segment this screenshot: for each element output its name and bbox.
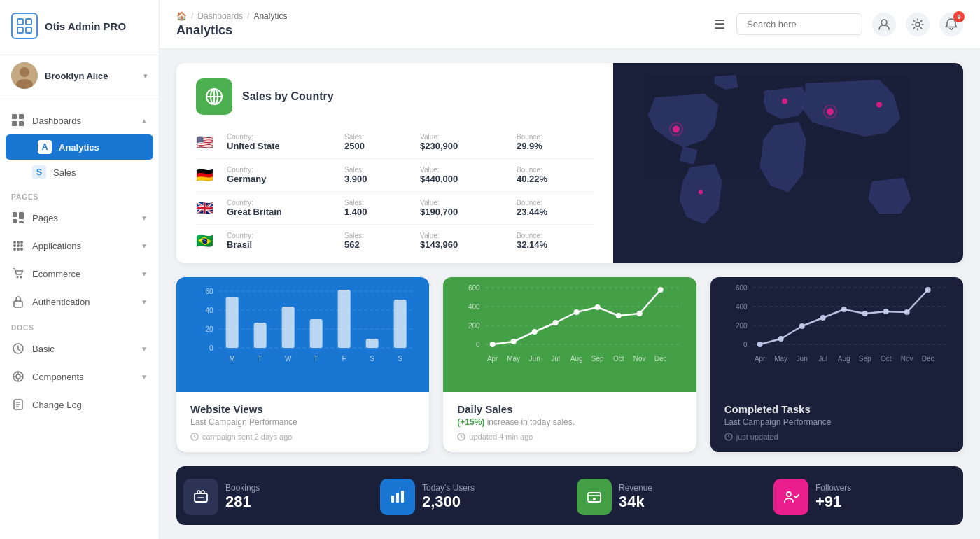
revenue-icon-cell	[570, 466, 619, 525]
user-chevron-icon: ▾	[144, 71, 148, 80]
svg-point-109	[757, 342, 762, 347]
svg-rect-1	[26, 19, 31, 24]
svg-text:Jun: Jun	[529, 355, 540, 363]
svg-point-88	[616, 313, 622, 318]
country-info: Country: Great Britain	[227, 199, 339, 217]
user-icon[interactable]	[872, 13, 896, 36]
website-views-info: Website Views Last Campaign Performance …	[176, 392, 429, 452]
svg-text:May: May	[507, 355, 521, 363]
svg-rect-0	[18, 19, 23, 24]
website-views-title: Website Views	[190, 403, 415, 415]
completed-tasks-chart: 600 400 200 0 Apr	[710, 277, 963, 392]
sidebar-item-applications[interactable]: Applications ▼	[0, 232, 159, 260]
followers-text: Followers +91	[816, 466, 963, 525]
svg-text:S: S	[370, 355, 374, 363]
world-map	[613, 63, 963, 263]
svg-text:Apr: Apr	[487, 355, 498, 363]
authentication-label: Authentication	[32, 297, 134, 307]
completed-tasks-subtitle: Last Campaign Performance	[724, 417, 949, 427]
country-info: Country: Brasil	[227, 232, 339, 250]
bounce-info: Bounce: 40.22%	[517, 166, 594, 184]
basic-chevron-icon: ▼	[141, 345, 148, 353]
notifications-icon[interactable]: 9	[939, 13, 963, 36]
svg-rect-65	[394, 300, 407, 348]
menu-icon[interactable]: ☰	[714, 17, 725, 32]
sidebar-item-analytics[interactable]: A Analytics	[6, 134, 153, 160]
sidebar-item-components[interactable]: Components ▼	[0, 363, 159, 391]
value-info: Value: $143,960	[420, 232, 511, 250]
svg-point-135	[787, 492, 791, 496]
website-views-footer: campaign sent 2 days ago	[190, 433, 415, 441]
svg-point-113	[841, 307, 846, 312]
svg-point-20	[20, 244, 23, 247]
breadcrumb-sep1: /	[191, 11, 193, 21]
sales-info: Sales: 562	[344, 232, 414, 250]
clock-icon	[457, 433, 465, 441]
svg-point-22	[17, 248, 20, 251]
settings-icon[interactable]	[906, 13, 930, 36]
authentication-icon	[11, 295, 25, 309]
bookings-value: 281	[225, 493, 368, 511]
svg-point-28	[16, 374, 20, 379]
svg-text:May: May	[774, 355, 788, 363]
completed-tasks-info: Completed Tasks Last Campaign Performanc…	[710, 392, 963, 452]
svg-text:Nov: Nov	[634, 355, 646, 363]
sales-label: Sales	[53, 167, 76, 178]
basic-icon	[11, 342, 25, 356]
user-profile[interactable]: Brooklyn Alice ▾	[0, 52, 159, 99]
changelog-label: Change Log	[32, 400, 148, 410]
svg-text:F: F	[342, 355, 346, 363]
home-icon[interactable]: 🏠	[176, 11, 187, 21]
breadcrumb-dashboards[interactable]: Dashboards	[197, 11, 243, 21]
sidebar-item-dashboards[interactable]: Dashboards ▲	[0, 106, 159, 134]
revenue-value: 34k	[619, 493, 761, 511]
svg-text:Nov: Nov	[900, 355, 913, 363]
svg-point-85	[553, 320, 559, 326]
svg-point-117	[925, 287, 930, 293]
topbar-left: 🏠 / Dashboards / Analytics Analytics	[176, 11, 703, 38]
users-label: Today's Users	[422, 483, 564, 493]
svg-rect-131	[396, 493, 399, 503]
svg-point-89	[637, 311, 643, 316]
analytics-letter: A	[38, 140, 52, 154]
svg-point-5	[20, 67, 29, 77]
sidebar-item-changelog[interactable]: Change Log	[0, 391, 159, 419]
svg-rect-64	[366, 339, 379, 348]
sidebar-item-sales[interactable]: S Sales	[0, 160, 159, 185]
breadcrumb: 🏠 / Dashboards / Analytics	[176, 11, 703, 21]
applications-label: Applications	[32, 241, 134, 251]
svg-text:60: 60	[206, 288, 214, 295]
svg-point-16	[17, 241, 20, 244]
svg-text:W: W	[285, 355, 292, 363]
stats-row: Bookings 281 Today's Users 2,300 Revenue	[176, 466, 963, 525]
followers-label: Followers	[816, 483, 958, 493]
sidebar-item-pages[interactable]: Pages ▼	[0, 204, 159, 232]
sales-info: Sales: 1.400	[344, 199, 414, 217]
svg-point-84	[532, 329, 538, 335]
sidebar-item-basic[interactable]: Basic ▼	[0, 335, 159, 363]
country-row: 🇬🇧 Country: Great Britain Sales: 1.400 V…	[196, 192, 594, 225]
search-input[interactable]	[736, 13, 862, 35]
sidebar-item-authentication[interactable]: Authentication ▼	[0, 288, 159, 316]
components-chevron-icon: ▼	[141, 373, 148, 381]
svg-text:Sep: Sep	[858, 355, 871, 363]
country-info: Country: Germany	[227, 166, 339, 184]
svg-point-24	[17, 276, 19, 279]
authentication-chevron-icon: ▼	[141, 298, 148, 306]
country-row: 🇺🇸 Country: United State Sales: 2500 Val…	[196, 126, 594, 159]
bar-chart-svg: 60 40 20 0 M T	[176, 277, 429, 389]
flag: 🇧🇷	[196, 232, 221, 249]
sidebar-item-ecommerce[interactable]: Ecommerce ▼	[0, 260, 159, 288]
bounce-info: Bounce: 23.44%	[517, 199, 594, 217]
svg-rect-61	[282, 307, 295, 348]
svg-text:Sep: Sep	[592, 355, 604, 363]
svg-text:Apr: Apr	[755, 355, 766, 363]
svg-text:Dec: Dec	[654, 355, 667, 363]
sales-info: Sales: 3.900	[344, 166, 414, 184]
line-chart-green-svg: 600 400 200 0	[443, 277, 696, 389]
applications-chevron-icon: ▼	[141, 242, 148, 250]
svg-rect-8	[19, 114, 24, 119]
completed-tasks-footer: just updated	[724, 433, 949, 441]
svg-text:Aug: Aug	[570, 355, 583, 363]
svg-rect-63	[338, 290, 351, 348]
